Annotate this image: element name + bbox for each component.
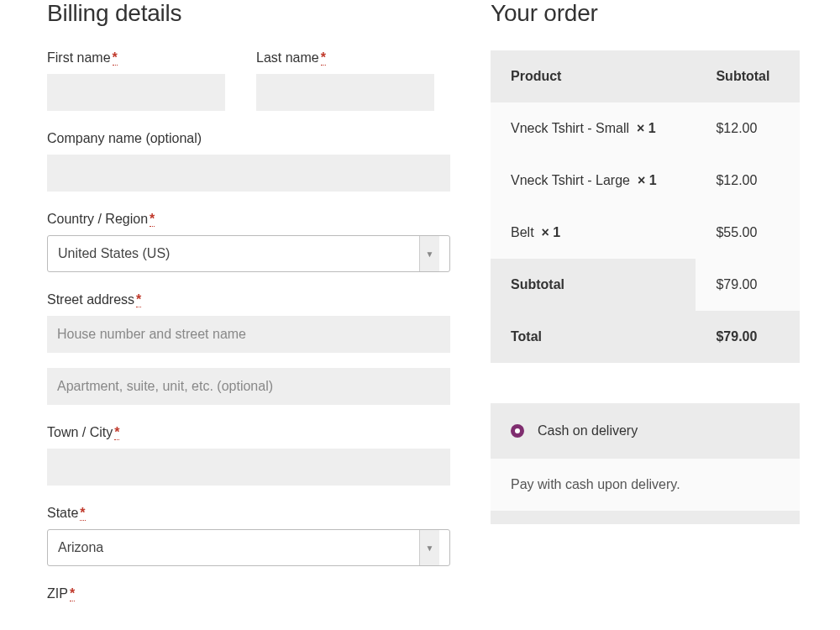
first-name-label: First name* xyxy=(47,50,241,66)
state-label: State* xyxy=(47,506,450,521)
country-label: Country / Region* xyxy=(47,212,450,227)
table-row: Vneck Tshirt - Large × 1 $12.00 xyxy=(491,155,800,207)
city-label: Town / City* xyxy=(47,425,450,440)
company-label: Company name (optional) xyxy=(47,131,450,146)
order-table: Product Subtotal Vneck Tshirt - Small × … xyxy=(491,50,800,363)
required-indicator: * xyxy=(80,506,85,521)
required-indicator: * xyxy=(321,50,326,66)
required-indicator: * xyxy=(113,50,118,66)
required-indicator: * xyxy=(114,425,119,440)
total-row: Total $79.00 xyxy=(491,311,800,363)
chevron-down-icon: ▼ xyxy=(419,530,439,565)
table-row: Belt × 1 $55.00 xyxy=(491,207,800,259)
street-input-2[interactable] xyxy=(47,368,450,405)
street-input-1[interactable] xyxy=(47,316,450,353)
zip-label: ZIP* xyxy=(47,586,450,601)
country-select[interactable]: United States (US) ▼ xyxy=(47,235,450,272)
subtotal-row: Subtotal $79.00 xyxy=(491,259,800,311)
th-subtotal: Subtotal xyxy=(696,50,800,102)
item-qty: × 1 xyxy=(638,173,657,187)
street-label: Street address* xyxy=(47,292,450,307)
state-value: Arizona xyxy=(58,540,103,555)
payment-description: Pay with cash upon delivery. xyxy=(491,459,800,511)
city-input[interactable] xyxy=(47,449,450,486)
item-qty: × 1 xyxy=(637,121,656,135)
item-qty: × 1 xyxy=(541,225,560,239)
company-input[interactable] xyxy=(47,155,450,192)
last-name-input[interactable] xyxy=(256,74,434,111)
country-value: United States (US) xyxy=(58,246,170,261)
billing-heading: Billing details xyxy=(47,0,450,27)
state-select[interactable]: Arizona ▼ xyxy=(47,529,450,566)
payment-section: Cash on delivery Pay with cash upon deli… xyxy=(491,403,800,524)
th-product: Product xyxy=(491,50,696,102)
required-indicator: * xyxy=(136,292,141,307)
radio-selected-icon xyxy=(511,424,524,438)
required-indicator: * xyxy=(70,586,75,601)
order-heading: Your order xyxy=(491,0,800,27)
payment-spacer xyxy=(491,511,800,524)
payment-option-label: Cash on delivery xyxy=(538,423,638,438)
chevron-down-icon: ▼ xyxy=(419,236,439,271)
first-name-input[interactable] xyxy=(47,74,225,111)
payment-option-cod[interactable]: Cash on delivery xyxy=(491,403,800,459)
last-name-label: Last name* xyxy=(256,50,450,66)
required-indicator: * xyxy=(150,212,155,227)
table-row: Vneck Tshirt - Small × 1 $12.00 xyxy=(491,102,800,155)
